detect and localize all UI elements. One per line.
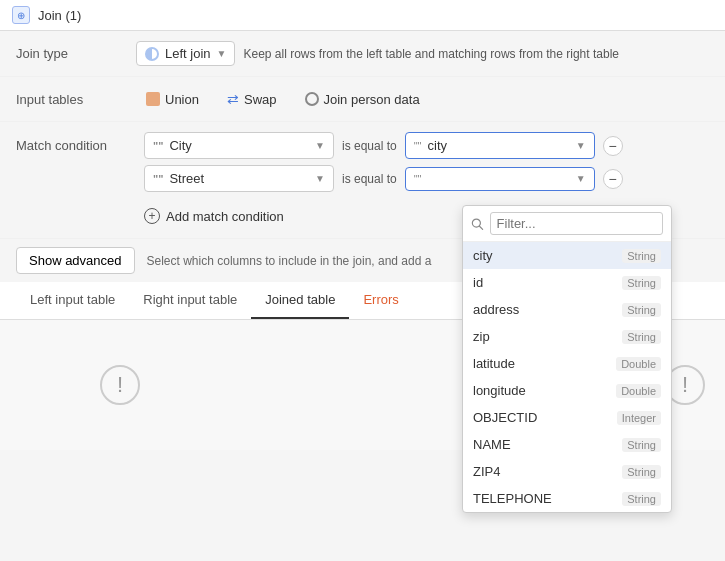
dropdown-item-name-TELEPHONE: TELEPHONE (473, 491, 552, 506)
dropdown-item-type-NAME: String (622, 438, 661, 452)
dropdown-item-TELEPHONE[interactable]: TELEPHONEString (463, 485, 671, 512)
field-type-icon-1: "" (153, 140, 163, 152)
dropdown-item-OBJECTID[interactable]: OBJECTIDInteger (463, 404, 671, 431)
join-type-content: Left join ▼ Keep all rows from the left … (136, 41, 709, 66)
field-dropdown: cityStringidStringaddressStringzipString… (462, 205, 672, 513)
dropdown-item-name-city: city (473, 248, 493, 263)
add-match-label: Add match condition (166, 209, 284, 224)
dropdown-list: cityStringidStringaddressStringzipString… (463, 242, 671, 512)
dropdown-item-type-OBJECTID: Integer (617, 411, 661, 425)
right-field-chevron-2: ▼ (576, 173, 586, 184)
show-advanced-desc: Select which columns to include in the j… (147, 254, 432, 268)
swap-icon: ⇄ (227, 91, 239, 107)
dropdown-item-name-longitude: longitude (473, 383, 526, 398)
field-type-icon-2: "" (153, 173, 163, 185)
join-type-value: Left join (165, 46, 211, 61)
input-tables-label: Input tables (16, 92, 136, 107)
left-field-name-1: City (169, 138, 309, 153)
dropdown-item-name-ZIP4: ZIP4 (473, 464, 500, 479)
dropdown-item-city[interactable]: cityString (463, 242, 671, 269)
dropdown-item-name-NAME: NAME (473, 437, 511, 452)
input-tables-content: Union ⇄ Swap Join person data (136, 87, 709, 111)
join-person-icon (305, 92, 319, 106)
svg-line-1 (480, 226, 483, 229)
dropdown-item-type-ZIP4: String (622, 465, 661, 479)
title-bar: ⊕ Join (1) (0, 0, 725, 31)
search-icon (471, 217, 484, 231)
dropdown-item-name-OBJECTID: OBJECTID (473, 410, 537, 425)
union-icon (146, 92, 160, 106)
dropdown-filter-input[interactable] (490, 212, 663, 235)
dropdown-item-type-address: String (622, 303, 661, 317)
right-field-select-1[interactable]: "" city ▼ (405, 132, 595, 159)
dropdown-item-longitude[interactable]: longitudeDouble (463, 377, 671, 404)
dropdown-item-ZIP4[interactable]: ZIP4String (463, 458, 671, 485)
swap-label: Swap (244, 92, 277, 107)
tab-left-input[interactable]: Left input table (16, 282, 129, 319)
left-field-select-2[interactable]: "" Street ▼ (144, 165, 334, 192)
tab-joined[interactable]: Joined table (251, 282, 349, 319)
dropdown-item-type-city: String (622, 249, 661, 263)
dropdown-item-zip[interactable]: zipString (463, 323, 671, 350)
remove-condition-1[interactable]: − (603, 136, 623, 156)
join-type-chevron: ▼ (217, 48, 227, 59)
remove-condition-2[interactable]: − (603, 169, 623, 189)
match-condition-row-1: Match condition "" City ▼ is equal to ""… (0, 122, 725, 165)
match-condition-row-2: "" Street ▼ is equal to "" ▼ − (0, 165, 725, 198)
warning-icon-left: ! (100, 365, 140, 405)
dropdown-item-type-id: String (622, 276, 661, 290)
left-field-select-1[interactable]: "" City ▼ (144, 132, 334, 159)
dropdown-filter-area (463, 206, 671, 242)
union-label: Union (165, 92, 199, 107)
join-type-description: Keep all rows from the left table and ma… (243, 47, 619, 61)
title-bar-text: Join (1) (38, 8, 81, 23)
dropdown-item-NAME[interactable]: NAMEString (463, 431, 671, 458)
add-match-button[interactable]: + Add match condition (136, 204, 292, 228)
show-advanced-button[interactable]: Show advanced (16, 247, 135, 274)
input-tables-row: Input tables Union ⇄ Swap Join person da… (0, 77, 725, 122)
union-button[interactable]: Union (136, 88, 209, 111)
right-field-select-2[interactable]: "" ▼ (405, 167, 595, 191)
right-field-name-1: city (428, 138, 570, 153)
plus-icon: + (144, 208, 160, 224)
dropdown-item-name-address: address (473, 302, 519, 317)
swap-button[interactable]: ⇄ Swap (217, 87, 287, 111)
left-field-chevron-1: ▼ (315, 140, 325, 151)
join-type-label: Join type (16, 46, 136, 61)
dropdown-item-address[interactable]: addressString (463, 296, 671, 323)
dropdown-item-name-zip: zip (473, 329, 490, 344)
left-field-chevron-2: ▼ (315, 173, 325, 184)
right-field-chevron-1: ▼ (576, 140, 586, 151)
left-join-icon (145, 47, 159, 61)
join-type-select[interactable]: Left join ▼ (136, 41, 235, 66)
dropdown-item-id[interactable]: idString (463, 269, 671, 296)
equals-text-1: is equal to (342, 139, 397, 153)
left-field-name-2: Street (169, 171, 309, 186)
equals-text-2: is equal to (342, 172, 397, 186)
dropdown-item-type-zip: String (622, 330, 661, 344)
dropdown-item-latitude[interactable]: latitudeDouble (463, 350, 671, 377)
right-field-type-icon-2: "" (414, 173, 422, 185)
dropdown-item-name-id: id (473, 275, 483, 290)
right-field-type-icon-1: "" (414, 140, 422, 152)
dropdown-item-type-longitude: Double (616, 384, 661, 398)
tab-right-input[interactable]: Right input table (129, 282, 251, 319)
dropdown-item-name-latitude: latitude (473, 356, 515, 371)
show-advanced-label: Show advanced (29, 253, 122, 268)
join-type-row: Join type Left join ▼ Keep all rows from… (0, 31, 725, 77)
dropdown-item-type-latitude: Double (616, 357, 661, 371)
tab-errors[interactable]: Errors (349, 282, 412, 319)
join-icon: ⊕ (12, 6, 30, 24)
match-condition-label: Match condition (16, 138, 136, 153)
dropdown-item-type-TELEPHONE: String (622, 492, 661, 506)
join-person-label: Join person data (324, 92, 420, 107)
join-person-data-button[interactable]: Join person data (295, 88, 430, 111)
